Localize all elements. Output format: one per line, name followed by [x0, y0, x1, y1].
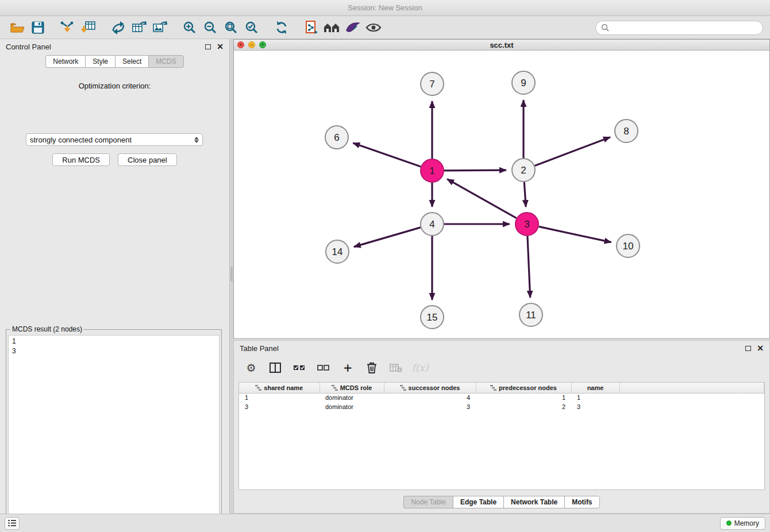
right-column: scc.txt × − + 7968124314101511 Table Pan…: [233, 39, 770, 514]
memory-label: Memory: [734, 519, 759, 527]
export-table-icon[interactable]: [129, 18, 149, 37]
graph-node-10[interactable]: 10: [617, 234, 640, 257]
tab-select[interactable]: Select: [115, 55, 148, 68]
graph-edge-3-10[interactable]: [539, 226, 611, 242]
graph-edge-4-14[interactable]: [354, 228, 421, 247]
network-graph-canvas[interactable]: 7968124314101511: [234, 51, 769, 338]
toolbar-separator: [292, 28, 301, 28]
tab-network[interactable]: Network: [45, 55, 85, 68]
graph-node-7[interactable]: 7: [421, 72, 444, 95]
graph-node-11[interactable]: 11: [519, 303, 542, 326]
close-table-panel-icon[interactable]: ✕: [757, 344, 764, 352]
network-from-clipboard-icon[interactable]: [301, 18, 322, 37]
graph-edge-2-8[interactable]: [535, 137, 610, 166]
optimization-criterion-label: Optimization criterion:: [0, 82, 229, 90]
close-panel-icon[interactable]: ✕: [217, 43, 224, 51]
delete-table-icon: [388, 360, 404, 376]
create-column-icon[interactable]: ＋: [340, 360, 356, 376]
delete-column-icon[interactable]: [364, 360, 380, 376]
svg-text:9: 9: [521, 78, 526, 88]
import-table-icon[interactable]: [78, 18, 99, 37]
svg-text:1: 1: [429, 165, 434, 176]
zoom-fit-icon[interactable]: [221, 18, 241, 37]
table-row[interactable]: 1dominator411: [239, 393, 764, 402]
mcds-result-lines[interactable]: 13: [8, 335, 220, 532]
column-header-mcds-role[interactable]: MCDS role: [319, 383, 384, 393]
first-neighbors-icon[interactable]: [322, 18, 342, 37]
zoom-selected-icon[interactable]: [241, 18, 262, 37]
column-header-successor-nodes[interactable]: successor nodes: [384, 383, 476, 393]
float-table-panel-icon[interactable]: [745, 346, 751, 351]
splitter-grip[interactable]: [230, 267, 233, 282]
result-line: 1: [12, 337, 215, 346]
search-icon: [601, 24, 609, 32]
graph-edge-1-2[interactable]: [444, 170, 506, 171]
apply-style-icon[interactable]: [342, 18, 363, 37]
table-cell[interactable]: dominator: [319, 402, 384, 411]
table-cell[interactable]: dominator: [319, 393, 384, 402]
node-table[interactable]: shared name MCDS role successor nodes pr…: [238, 382, 765, 490]
search-input[interactable]: [613, 23, 757, 32]
export-image-icon[interactable]: [149, 18, 170, 37]
column-header-name[interactable]: name: [571, 383, 619, 393]
graph-node-14[interactable]: 14: [326, 240, 349, 263]
graph-edge-1-6[interactable]: [353, 143, 421, 167]
graph-node-6[interactable]: 6: [325, 126, 348, 149]
table-cell[interactable]: 1: [476, 393, 571, 402]
zoom-out-icon[interactable]: [200, 18, 221, 37]
run-mcds-button[interactable]: Run MCDS: [52, 153, 110, 166]
table-cell[interactable]: 1: [239, 393, 319, 402]
memory-button[interactable]: Memory: [720, 517, 765, 530]
svg-text:2: 2: [521, 165, 526, 176]
tab-node-table[interactable]: Node Table: [403, 496, 453, 508]
graph-node-3[interactable]: 3: [515, 213, 538, 236]
network-window-titlebar[interactable]: scc.txt × − +: [234, 40, 769, 51]
refresh-icon[interactable]: [271, 18, 292, 37]
tab-network-table[interactable]: Network Table: [503, 496, 564, 508]
close-panel-button[interactable]: Close panel: [118, 153, 177, 166]
minimize-window-icon[interactable]: −: [248, 41, 255, 48]
close-window-icon[interactable]: ×: [237, 41, 244, 48]
import-network-icon[interactable]: [57, 18, 78, 37]
table-cell[interactable]: 2: [476, 402, 571, 411]
column-header-predecessor-nodes[interactable]: predecessor nodes: [476, 383, 571, 393]
show-columns-icon[interactable]: [267, 360, 283, 376]
table-cell[interactable]: 3: [239, 402, 319, 411]
graph-node-9[interactable]: 9: [512, 71, 535, 94]
search-box[interactable]: [595, 21, 763, 35]
show-hide-icon[interactable]: [363, 18, 384, 37]
zoom-in-icon[interactable]: [179, 18, 200, 37]
zoom-window-icon[interactable]: +: [259, 41, 266, 48]
graph-node-15[interactable]: 15: [421, 306, 444, 329]
tab-edge-table[interactable]: Edge Table: [453, 496, 503, 508]
graph-edge-3-11[interactable]: [528, 236, 530, 298]
save-session-icon[interactable]: [28, 18, 48, 37]
table-cell[interactable]: 4: [384, 393, 476, 402]
table-cell[interactable]: 3: [571, 402, 619, 411]
table-cell[interactable]: 3: [384, 402, 476, 411]
network-arrows-icon[interactable]: [108, 18, 129, 37]
deselect-all-columns-icon[interactable]: [315, 360, 332, 376]
optimization-criterion-select[interactable]: strongly connected component: [26, 133, 203, 146]
float-panel-icon[interactable]: [205, 44, 211, 49]
svg-text:7: 7: [429, 79, 434, 90]
graph-node-8[interactable]: 8: [615, 119, 638, 142]
graph-edge-3-1[interactable]: [447, 179, 517, 218]
table-settings-gear-icon[interactable]: ⚙: [243, 360, 259, 376]
tab-style[interactable]: Style: [85, 55, 115, 68]
table-panel-header: Table Panel ✕: [234, 341, 769, 356]
tab-motifs[interactable]: Motifs: [564, 496, 599, 508]
table-row[interactable]: 3dominator323: [239, 402, 764, 411]
graph-node-4[interactable]: 4: [421, 213, 444, 236]
open-session-icon[interactable]: [7, 18, 28, 37]
svg-text:3: 3: [524, 219, 529, 230]
table-cell[interactable]: 1: [571, 393, 619, 402]
task-history-button[interactable]: [5, 517, 20, 530]
graph-node-2[interactable]: 2: [512, 159, 535, 182]
graph-edge-2-3[interactable]: [524, 182, 526, 207]
select-all-columns-icon[interactable]: [291, 360, 307, 376]
tab-mcds[interactable]: MCDS: [148, 55, 183, 68]
column-header-shared-name[interactable]: shared name: [239, 383, 319, 393]
graph-node-1[interactable]: 1: [421, 159, 444, 182]
svg-text:6: 6: [334, 132, 339, 143]
